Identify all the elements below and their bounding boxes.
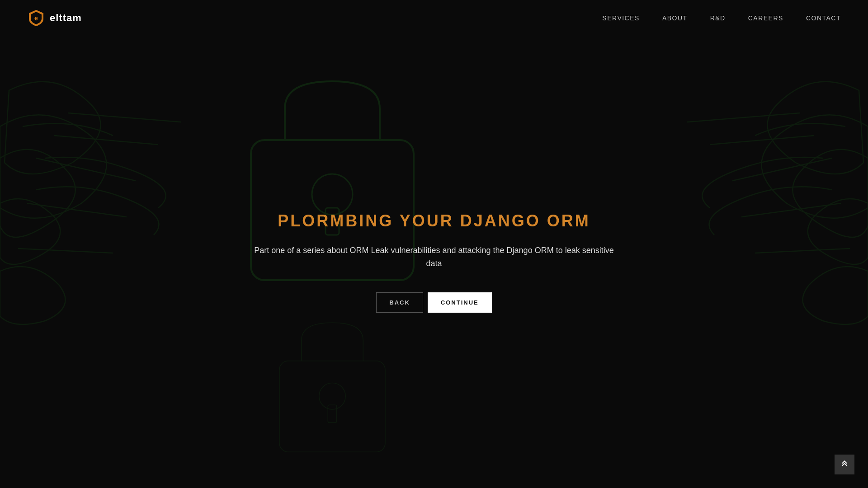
back-button[interactable]: BACK bbox=[376, 292, 423, 313]
nav-contact[interactable]: CONTACT bbox=[806, 14, 841, 22]
logo-link[interactable]: e elttam bbox=[27, 9, 82, 27]
chevron-up-icon bbox=[840, 460, 849, 469]
main-content: PLORMBING YOUR DJANGO ORM Part one of a … bbox=[0, 36, 868, 488]
article-subtitle: Part one of a series about ORM Leak vuln… bbox=[253, 244, 615, 270]
site-header: e elttam SERVICES ABOUT R&D CAREERS CONT… bbox=[0, 0, 868, 36]
logo-text: elttam bbox=[50, 12, 82, 24]
article-title: PLORMBING YOUR DJANGO ORM bbox=[278, 211, 590, 230]
button-group: BACK CONTINUE bbox=[376, 292, 491, 313]
nav-rnd[interactable]: R&D bbox=[710, 14, 726, 22]
nav-careers[interactable]: CAREERS bbox=[748, 14, 783, 22]
continue-button[interactable]: CONTINUE bbox=[428, 292, 492, 313]
main-nav: SERVICES ABOUT R&D CAREERS CONTACT bbox=[602, 14, 841, 22]
elttam-shield-icon: e bbox=[27, 9, 45, 27]
svg-text:e: e bbox=[34, 14, 38, 22]
nav-services[interactable]: SERVICES bbox=[602, 14, 640, 22]
nav-about[interactable]: ABOUT bbox=[662, 14, 688, 22]
scroll-top-button[interactable] bbox=[835, 455, 854, 474]
